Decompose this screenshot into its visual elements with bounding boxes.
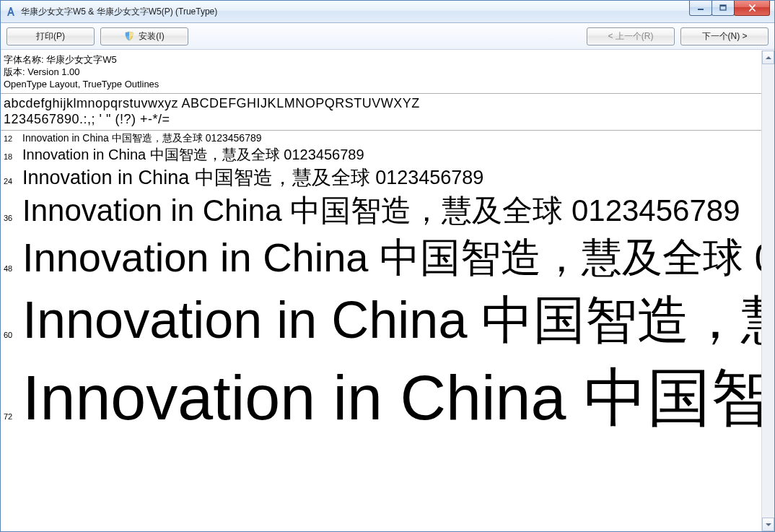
install-button-label: 安装(I) — [139, 30, 164, 43]
window-title: 华康少女文字W5 & 华康少女文字W5(P) (TrueType) — [21, 6, 217, 18]
content-area: 字体名称: 华康少女文字W5 版本: Version 1.00 OpenType… — [1, 51, 761, 531]
sample-text: Innovation in China 中国智造，慧及全球 0123456789 — [22, 132, 262, 145]
divider — [1, 93, 761, 94]
minimize-button[interactable] — [689, 1, 712, 16]
divider — [1, 130, 761, 131]
vertical-scrollbar[interactable] — [761, 51, 774, 531]
toolbar: 打印(P) 安装(I) < 上一个(R) 下一个(N) > — [1, 23, 774, 50]
scroll-down-button[interactable] — [762, 518, 774, 531]
close-button[interactable] — [734, 1, 770, 16]
sample-row-24: 24 Innovation in China 中国智造，慧及全球 0123456… — [4, 165, 761, 191]
font-viewer-window: 华康少女文字W5 & 华康少女文字W5(P) (TrueType) 打印(P) — [0, 0, 775, 532]
font-name-label: 字体名称: — [4, 54, 44, 65]
app-icon — [5, 6, 17, 17]
sample-text: Innovation in China 中国智造，慧及全球 0123456789 — [22, 231, 761, 286]
size-label: 18 — [4, 152, 22, 161]
size-label: 12 — [4, 134, 22, 143]
font-version-label: 版本: — [4, 66, 25, 77]
font-tech-line: OpenType Layout, TrueType Outlines — [4, 78, 758, 90]
sample-row-48: 48 Innovation in China 中国智造，慧及全球 0123456… — [4, 231, 761, 286]
charset-block: abcdefghijklmnopqrstuvwxyz ABCDEFGHIJKLM… — [1, 95, 761, 128]
font-version-value: Version 1.00 — [27, 66, 79, 77]
svg-rect-0 — [698, 9, 704, 10]
font-name-value: 华康少女文字W5 — [46, 54, 117, 65]
sample-text: Innovation in China 中国智造，慧及全球 0123456789 — [22, 191, 740, 231]
size-label: 72 — [4, 412, 22, 421]
next-button-label: 下一个(N) > — [702, 30, 748, 43]
content-outer: 字体名称: 华康少女文字W5 版本: Version 1.00 OpenType… — [1, 50, 774, 531]
window-controls — [690, 1, 774, 15]
sample-row-12: 12 Innovation in China 中国智造，慧及全球 0123456… — [4, 132, 761, 145]
titlebar: 华康少女文字W5 & 华康少女文字W5(P) (TrueType) — [1, 1, 774, 23]
chevron-up-icon — [766, 56, 771, 59]
sample-text: Innovation in China 中国智造，慧及全球 0123456789 — [22, 355, 761, 441]
font-version-line: 版本: Version 1.00 — [4, 66, 758, 78]
sample-row-36: 36 Innovation in China 中国智造，慧及全球 0123456… — [4, 191, 761, 231]
size-label: 24 — [4, 177, 22, 186]
scroll-track[interactable] — [762, 64, 774, 518]
size-label: 36 — [4, 214, 22, 222]
close-icon — [748, 4, 756, 12]
maximize-button[interactable] — [711, 1, 735, 16]
install-button[interactable]: 安装(I) — [100, 27, 188, 45]
samples-block: 12 Innovation in China 中国智造，慧及全球 0123456… — [1, 132, 761, 441]
charset-line-1: abcdefghijklmnopqrstuvwxyz ABCDEFGHIJKLM… — [4, 95, 758, 111]
font-info-block: 字体名称: 华康少女文字W5 版本: Version 1.00 OpenType… — [1, 51, 761, 92]
sample-row-18: 18 Innovation in China 中国智造，慧及全球 0123456… — [4, 145, 761, 165]
print-button-label: 打印(P) — [36, 30, 65, 43]
sample-text: Innovation in China 中国智造，慧及全球 0123456789 — [22, 286, 761, 355]
sample-row-60: 60 Innovation in China 中国智造，慧及全球 0123456… — [4, 286, 761, 355]
font-name-line: 字体名称: 华康少女文字W5 — [4, 53, 758, 66]
shield-icon — [124, 31, 134, 41]
size-label: 48 — [4, 264, 22, 273]
scroll-up-button[interactable] — [762, 51, 774, 64]
charset-line-2: 1234567890.:,; ' " (!?) +-*/= — [4, 111, 758, 127]
svg-rect-2 — [720, 5, 726, 6]
chevron-down-icon — [766, 523, 771, 526]
print-button[interactable]: 打印(P) — [6, 27, 95, 45]
minimize-icon — [697, 4, 704, 12]
sample-row-72: 72 Innovation in China 中国智造，慧及全球 0123456… — [4, 355, 761, 441]
size-label: 60 — [4, 331, 22, 339]
sample-text: Innovation in China 中国智造，慧及全球 0123456789 — [22, 145, 364, 165]
maximize-icon — [719, 4, 727, 12]
prev-button-label: < 上一个(R) — [608, 30, 654, 43]
titlebar-left: 华康少女文字W5 & 华康少女文字W5(P) (TrueType) — [1, 6, 217, 18]
prev-button[interactable]: < 上一个(R) — [587, 27, 675, 45]
sample-text: Innovation in China 中国智造，慧及全球 0123456789 — [22, 165, 483, 191]
next-button[interactable]: 下一个(N) > — [680, 27, 769, 45]
